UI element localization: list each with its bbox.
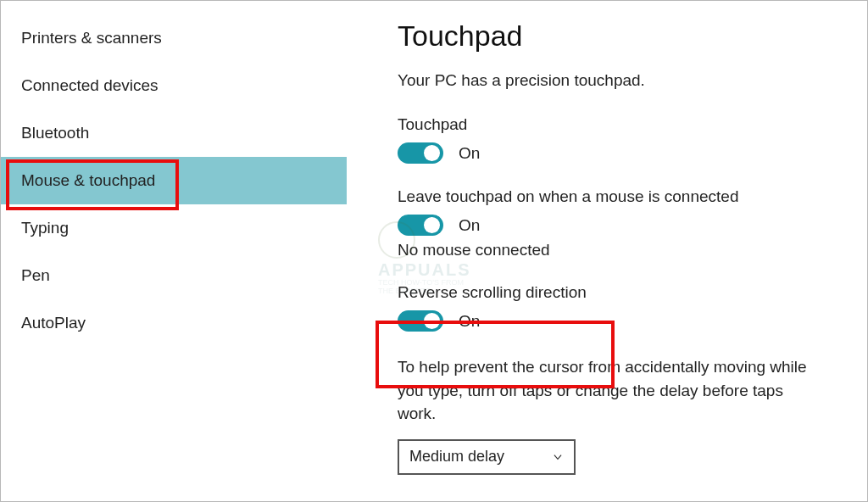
toggle-knob <box>424 145 440 161</box>
page-title: Touchpad <box>398 20 816 53</box>
cursor-help-text: To help prevent the cursor from accident… <box>398 355 816 426</box>
taps-delay-dropdown[interactable]: Medium delay <box>398 439 576 475</box>
settings-sidebar: Printers & scanners Connected devices Bl… <box>1 1 347 501</box>
reverse-scrolling-label: Reverse scrolling direction <box>398 283 816 302</box>
sidebar-item-connected-devices[interactable]: Connected devices <box>1 62 347 109</box>
sidebar-item-autoplay[interactable]: AutoPlay <box>1 299 347 347</box>
reverse-scrolling-setting: Reverse scrolling direction On <box>398 283 816 332</box>
mouse-status-text: No mouse connected <box>398 241 816 259</box>
sidebar-item-bluetooth[interactable]: Bluetooth <box>1 109 347 157</box>
sidebar-item-label: Typing <box>21 219 69 237</box>
leave-touchpad-on-label: Leave touchpad on when a mouse is connec… <box>398 187 816 206</box>
touchpad-setting: Touchpad On <box>398 115 816 164</box>
sidebar-item-label: Pen <box>21 266 50 285</box>
toggle-knob <box>424 217 440 233</box>
touchpad-toggle[interactable] <box>398 142 443 164</box>
chevron-down-icon <box>552 451 564 463</box>
taps-delay-value: Medium delay <box>409 448 504 466</box>
sidebar-item-label: Connected devices <box>21 76 159 95</box>
sidebar-item-printers-scanners[interactable]: Printers & scanners <box>1 14 347 62</box>
leave-touchpad-on-state: On <box>459 216 480 235</box>
reverse-scrolling-toggle[interactable] <box>398 310 443 332</box>
reverse-scrolling-state: On <box>459 312 480 331</box>
sidebar-item-mouse-touchpad[interactable]: Mouse & touchpad <box>1 157 347 204</box>
page-description: Your PC has a precision touchpad. <box>398 71 816 90</box>
sidebar-item-label: AutoPlay <box>21 314 86 332</box>
leave-touchpad-on-setting: Leave touchpad on when a mouse is connec… <box>398 187 816 259</box>
touchpad-label: Touchpad <box>398 115 816 134</box>
settings-content: Touchpad Your PC has a precision touchpa… <box>347 1 867 501</box>
sidebar-item-label: Printers & scanners <box>21 29 162 47</box>
sidebar-item-pen[interactable]: Pen <box>1 252 347 299</box>
sidebar-item-label: Bluetooth <box>21 124 89 142</box>
sidebar-item-label: Mouse & touchpad <box>21 171 155 190</box>
toggle-knob <box>424 313 440 329</box>
leave-touchpad-on-toggle[interactable] <box>398 215 443 236</box>
touchpad-state: On <box>459 144 480 163</box>
sidebar-item-typing[interactable]: Typing <box>1 204 347 252</box>
settings-window: Printers & scanners Connected devices Bl… <box>0 0 868 502</box>
